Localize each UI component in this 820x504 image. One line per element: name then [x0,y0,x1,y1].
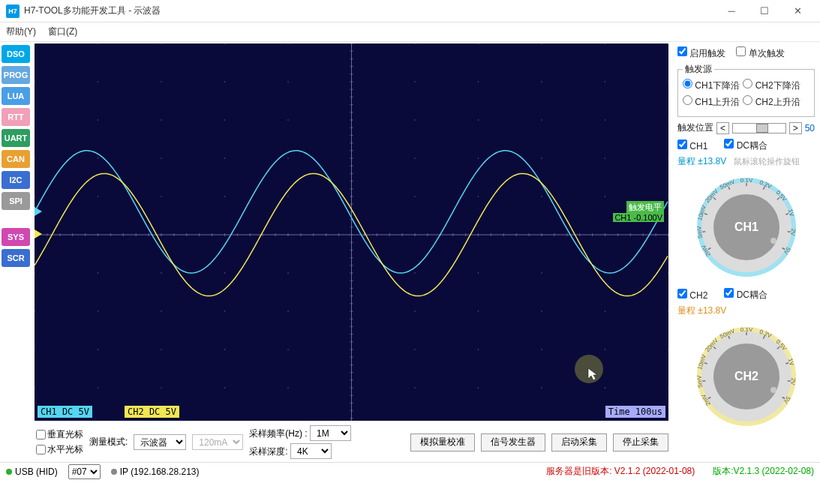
vertical-cursor-label: 垂直光标 [47,428,83,441]
close-button[interactable]: ✕ [781,1,814,22]
sidetab-uart[interactable]: UART [2,129,30,147]
svg-point-30 [161,349,162,350]
enable-trigger-checkbox[interactable]: 启用触发 [677,46,725,60]
sidetab-prog[interactable]: PROG [2,66,30,84]
sidetab-rtt[interactable]: RTT [2,108,30,126]
sample-rate-label: 采样频率(Hz) : [249,428,307,439]
sidetab-scr[interactable]: SCR [2,249,30,267]
svg-point-6 [35,272,35,274]
svg-point-8 [35,349,35,350]
ch2-dc-couple-checkbox[interactable]: DC耦合 [724,288,767,302]
trigger-source-group: 触发源 CH1下降沿 CH2下降沿 CH1上升沿 CH2上升沿 [677,63,815,117]
ch1-zero-marker[interactable] [35,207,42,216]
sidetab-lua[interactable]: LUA [2,87,30,105]
svg-point-15 [98,196,99,197]
svg-text:5mV: 5mV [695,225,704,238]
sample-rate-select[interactable]: 1M [310,425,351,441]
single-trigger-label: 单次触发 [749,48,785,58]
horizontal-cursor-checkbox[interactable]: 水平光标 [36,443,83,456]
svg-point-108 [605,387,606,388]
trig-ch1-falling-radio[interactable]: CH1下降沿 [683,79,740,92]
sample-depth-select[interactable]: 4K [290,443,332,459]
svg-point-85 [478,349,479,350]
svg-point-107 [605,349,606,350]
svg-point-37 [224,196,226,197]
trigger-position-dec[interactable]: < [716,122,729,134]
vertical-cursor-checkbox[interactable]: 垂直光标 [36,428,83,441]
svg-point-111 [668,81,668,82]
ch1-dc-couple-checkbox[interactable]: DC耦合 [724,139,767,152]
svg-point-77 [478,44,479,44]
svg-point-114 [668,196,668,197]
ch2-enable-checkbox[interactable]: CH2 [677,289,707,301]
svg-point-66 [414,44,416,44]
measure-mode-select[interactable]: 示波器 [134,434,186,450]
svg-point-101 [605,119,606,121]
horizontal-cursor-label: 水平光标 [47,443,83,456]
svg-point-89 [541,81,542,82]
svg-point-46 [287,119,289,121]
svg-point-118 [668,349,668,350]
svg-point-19 [98,349,99,350]
svg-point-45 [287,81,289,82]
cursor-icon [587,367,602,382]
ch1-dc-couple-label: DC耦合 [737,140,767,151]
trig-ch2-falling-label: CH2下降沿 [755,80,800,91]
sidetab-can[interactable]: CAN [2,150,30,168]
svg-point-26 [161,196,162,197]
ch1-enable-label: CH1 [689,141,707,152]
status-ip: IP (192.168.28.213) [111,466,200,477]
oscilloscope-display[interactable]: 触发电平 CH1 -0.100V CH1 DC 5V CH2 DC 5V Tim… [35,44,668,421]
sidetab-dso[interactable]: DSO [2,45,30,63]
svg-point-94 [541,272,542,274]
svg-point-84 [478,310,479,312]
svg-point-88 [541,44,542,44]
analog-calibrate-button[interactable]: 模拟量校准 [410,434,475,452]
svg-point-33 [224,44,226,44]
start-capture-button[interactable]: 启动采集 [551,434,607,452]
stop-capture-button[interactable]: 停止采集 [613,434,668,452]
menu-help[interactable]: 帮助(Y) [6,26,36,38]
minimize-button[interactable]: ─ [715,1,748,22]
svg-point-116 [668,272,668,274]
trig-ch1-rising-radio[interactable]: CH1上升沿 [683,95,740,109]
ch2-range-knob[interactable]: CH2 2mV5mV10mV20mV50mV0.1V0.2V0.5V1V2V5V [690,320,803,433]
ch1-range-knob[interactable]: CH1 2mV5mV10mV20mV50mV0.1V0.2V0.5V1V2V5V [690,171,803,284]
maximize-button[interactable]: ☐ [748,1,781,22]
svg-point-36 [224,158,226,159]
svg-point-67 [414,81,416,82]
trig-ch1-falling-label: CH1下降沿 [695,80,740,91]
ch2-dc-couple-label: DC耦合 [737,290,767,300]
trigger-source-legend: 触发源 [683,63,714,76]
trig-ch2-falling-radio[interactable]: CH2下降沿 [743,79,800,92]
sidetab-i2c[interactable]: I2C [2,171,30,189]
svg-point-34 [224,81,226,82]
trigger-position-inc[interactable]: > [789,122,802,134]
svg-point-13 [98,119,99,121]
ch2-range-label: 量程 ±13.8V [677,304,726,317]
single-trigger-checkbox[interactable]: 单次触发 [736,46,784,60]
status-port-select[interactable]: #07 [68,464,101,479]
current-select[interactable]: 120mA [192,434,243,450]
timebase-badge: Time 100us [605,406,665,418]
svg-point-0 [35,44,35,44]
svg-point-99 [605,44,606,44]
svg-point-48 [287,196,289,197]
ch2-zero-marker[interactable] [35,230,42,238]
svg-text:CH1: CH1 [734,220,758,233]
trig-ch2-rising-radio[interactable]: CH2上升沿 [743,95,800,109]
sidetab-sys[interactable]: SYS [2,228,30,246]
ch2-badge: CH2 DC 5V [125,406,179,418]
trigger-position-slider[interactable] [732,123,786,134]
sidetab-spi[interactable]: SPI [2,192,30,210]
ch1-enable-checkbox[interactable]: CH1 [677,140,707,152]
svg-point-69 [414,158,416,159]
svg-point-113 [668,158,668,159]
svg-point-229 [770,238,776,244]
menu-window[interactable]: 窗口(Z) [48,26,77,38]
svg-point-18 [98,310,99,312]
svg-point-7 [35,310,35,312]
svg-point-80 [478,158,479,159]
svg-point-39 [224,272,226,274]
signal-generator-button[interactable]: 信号发生器 [481,434,545,452]
